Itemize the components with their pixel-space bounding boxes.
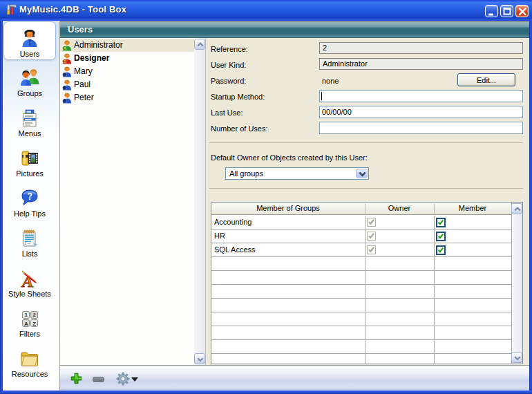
user-list-scrollbar[interactable] bbox=[194, 38, 205, 365]
user-kind-label: User Kind: bbox=[211, 60, 246, 70]
column-gridline bbox=[365, 216, 365, 364]
dropdown-arrow-button[interactable] bbox=[356, 169, 368, 178]
stylesheets-icon: A bbox=[19, 268, 41, 290]
user-row-peter[interactable]: Peter bbox=[60, 91, 194, 104]
sidebar: Users Groups Menus Pictures Help Tips bbox=[3, 21, 59, 391]
user-kind-field: Administrator bbox=[319, 58, 523, 70]
helptips-icon bbox=[19, 187, 41, 209]
group-row-sql-access[interactable]: SQL Access bbox=[211, 243, 511, 257]
table-body: AccountingHRSQL Access bbox=[211, 216, 511, 364]
reference-label: Reference: bbox=[211, 44, 248, 54]
member-checkbox[interactable] bbox=[436, 232, 446, 241]
last-use-label: Last Use: bbox=[211, 108, 243, 118]
group-row-empty bbox=[211, 271, 511, 285]
remove-user-button[interactable] bbox=[93, 375, 104, 381]
table-header: Member of Groups Owner Member bbox=[211, 203, 522, 215]
member-checkbox[interactable] bbox=[436, 245, 446, 255]
user-row-mary[interactable]: Mary bbox=[60, 65, 194, 78]
owner-checkbox-disabled bbox=[367, 218, 376, 227]
group-row-empty bbox=[211, 285, 511, 299]
sidebar-item-label: Style Sheets bbox=[8, 290, 51, 298]
scroll-up-button[interactable] bbox=[511, 203, 522, 214]
sidebar-item-resources[interactable]: Resources bbox=[3, 342, 56, 381]
group-name: Accounting bbox=[214, 216, 251, 229]
window-title: MyMusic.4DB - Tool Box bbox=[19, 0, 126, 19]
member-checkbox[interactable] bbox=[436, 218, 446, 227]
member-groups-table: Member of Groups Owner Member Accounting… bbox=[211, 202, 523, 364]
user-name: Peter bbox=[74, 91, 94, 104]
header-separator bbox=[365, 204, 365, 214]
svg-text:Z: Z bbox=[32, 321, 36, 327]
sidebar-item-pictures[interactable]: Pictures bbox=[3, 142, 56, 180]
scroll-down-button[interactable] bbox=[194, 353, 205, 364]
sidebar-item-label: Pictures bbox=[16, 169, 44, 178]
column-header-member[interactable]: Member bbox=[434, 203, 511, 214]
group-row-accounting[interactable]: Accounting bbox=[211, 216, 511, 229]
sidebar-item-label: Menus bbox=[18, 129, 41, 138]
user-row-designer[interactable]: S Designer bbox=[60, 52, 194, 65]
svg-text:S: S bbox=[64, 59, 66, 64]
sidebar-item-filters[interactable]: 1 2 A Z Filters bbox=[3, 302, 56, 341]
actions-menu-caret[interactable] bbox=[131, 377, 138, 382]
gear-icon[interactable] bbox=[116, 372, 130, 386]
svg-text:A: A bbox=[24, 321, 28, 327]
menus-icon bbox=[19, 107, 41, 129]
user-list: A Administrator S Designer Mary Paul Pet… bbox=[60, 38, 194, 365]
column-header-owner[interactable]: Owner bbox=[365, 203, 434, 214]
password-value: none bbox=[322, 76, 339, 86]
owner-checkbox-disabled bbox=[367, 245, 376, 254]
last-use-input[interactable] bbox=[319, 106, 523, 118]
column-header-member-of-groups[interactable]: Member of Groups bbox=[211, 203, 365, 214]
user-row-administrator[interactable]: A Administrator bbox=[60, 39, 194, 52]
svg-text:A: A bbox=[64, 46, 66, 50]
user-standard-icon bbox=[61, 92, 73, 104]
user-standard-icon bbox=[61, 79, 73, 91]
divider bbox=[209, 142, 523, 143]
add-user-button[interactable] bbox=[70, 373, 82, 384]
group-row-hr[interactable]: HR bbox=[211, 229, 511, 243]
bottom-toolbar bbox=[60, 366, 529, 391]
sidebar-item-style-sheets[interactable]: A Style Sheets bbox=[3, 262, 56, 301]
table-scrollbar[interactable] bbox=[511, 203, 522, 364]
user-name: Paul bbox=[74, 78, 91, 91]
scroll-down-button[interactable] bbox=[511, 352, 522, 363]
divider bbox=[209, 188, 523, 189]
text-caret bbox=[321, 92, 322, 100]
dropdown-value: All groups bbox=[229, 168, 263, 179]
number-of-uses-label: Number of Uses: bbox=[211, 124, 268, 133]
sidebar-item-label: Users bbox=[20, 50, 40, 58]
user-name: Designer bbox=[74, 52, 109, 65]
users-icon bbox=[19, 28, 41, 50]
sidebar-item-label: Groups bbox=[17, 89, 42, 97]
section-title: Users bbox=[68, 21, 93, 37]
resources-icon bbox=[19, 348, 41, 370]
column-gridline bbox=[434, 216, 435, 364]
pictures-icon bbox=[19, 147, 41, 169]
header-separator bbox=[434, 204, 435, 214]
user-row-paul[interactable]: Paul bbox=[60, 78, 194, 91]
svg-text:1 —: 1 — bbox=[25, 242, 31, 245]
sidebar-item-lists[interactable]: 1 — Lists bbox=[3, 222, 56, 261]
password-label: Password: bbox=[211, 76, 246, 86]
startup-method-input[interactable] bbox=[319, 90, 523, 102]
edit-password-button[interactable]: Edit... bbox=[457, 73, 515, 86]
sidebar-item-label: Lists bbox=[22, 250, 38, 258]
sidebar-item-users[interactable]: Users bbox=[3, 21, 56, 60]
startup-method-label: Startup Method: bbox=[211, 92, 265, 102]
close-button[interactable] bbox=[515, 5, 529, 17]
minimize-button[interactable] bbox=[485, 5, 498, 17]
sidebar-item-groups[interactable]: Groups bbox=[3, 62, 56, 100]
number-of-uses-input[interactable] bbox=[319, 122, 523, 134]
scroll-up-button[interactable] bbox=[194, 39, 205, 50]
window-border-bottom bbox=[0, 391, 532, 394]
reference-field: 2 bbox=[319, 42, 523, 54]
sidebar-item-label: Filters bbox=[19, 330, 40, 338]
user-name: Administrator bbox=[74, 39, 123, 52]
default-owner-label: Default Owner of Objects created by this… bbox=[211, 153, 368, 162]
sidebar-item-help-tips[interactable]: Help Tips bbox=[3, 182, 56, 221]
maximize-button[interactable] bbox=[500, 5, 513, 17]
sidebar-item-menus[interactable]: Menus bbox=[3, 102, 56, 140]
default-owner-dropdown[interactable]: All groups bbox=[225, 167, 369, 180]
titlebar[interactable]: MyMusic.4DB - Tool Box bbox=[0, 0, 532, 19]
window-controls bbox=[485, 5, 529, 17]
